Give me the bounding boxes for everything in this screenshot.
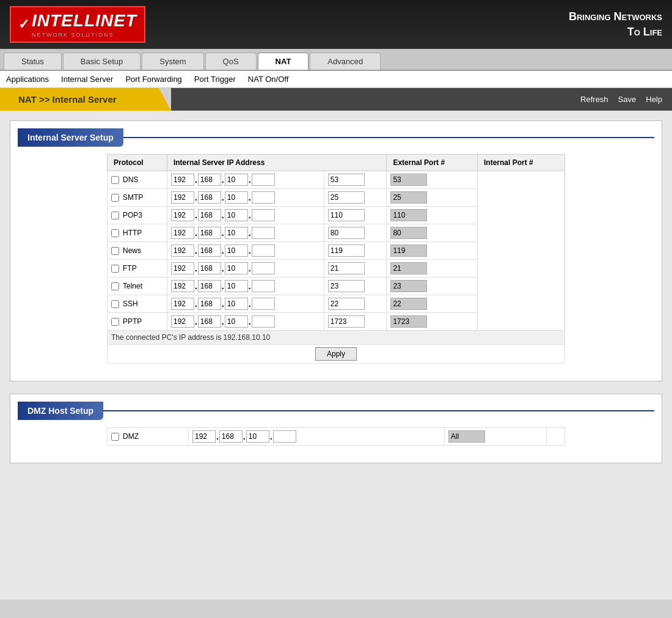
apply-button[interactable]: Apply [315,347,357,361]
row-2-ip3[interactable] [225,209,248,221]
row-6-ip2[interactable] [198,280,221,292]
subnav-nat-onoff[interactable]: NAT On/Off [248,75,288,84]
dmz-ip-cell: . . . [188,428,444,446]
dmz-label: DMZ [123,432,139,441]
row-6-ip4[interactable] [252,280,275,292]
row-8-checkbox[interactable] [111,318,119,326]
col-protocol: Protocol [108,155,167,171]
row-8-int-port-cell [387,313,478,331]
row-5-ip2[interactable] [198,262,221,274]
row-5-ip3[interactable] [225,262,248,274]
row-8-ip4[interactable] [252,315,275,328]
row-1-ext-port[interactable] [328,191,365,204]
row-8-ip3[interactable] [225,315,248,328]
row-0-checkbox[interactable] [111,176,119,184]
row-4-ip1[interactable] [171,245,194,257]
row-1-ip2[interactable] [198,191,221,204]
row-5-dot2: . [222,263,224,273]
row-7-ext-port[interactable] [328,298,365,310]
tab-basic-setup[interactable]: Basic Setup [63,53,141,70]
row-7-ip2[interactable] [198,298,221,310]
row-7-checkbox[interactable] [111,300,119,308]
dmz-ip1[interactable] [192,430,216,443]
row-4-dot2: . [222,246,224,256]
row-5-checkbox[interactable] [111,265,119,273]
row-8-ip2[interactable] [198,315,221,328]
row-3-ip2[interactable] [198,227,221,239]
row-2-ip1[interactable] [171,209,194,221]
row-0-ip4[interactable] [252,174,275,186]
row-4-dot1: . [195,246,197,256]
table-row: POP3 . . . [108,207,565,224]
row-3-ip4[interactable] [252,227,275,239]
refresh-button[interactable]: Refresh [580,95,608,104]
row-0-ip3[interactable] [225,174,248,186]
row-2-checkbox[interactable] [111,212,119,219]
row-0-int-port[interactable] [390,174,427,186]
row-2-dot2: . [222,210,224,220]
row-0-ext-port[interactable] [328,174,365,186]
row-1-int-port[interactable] [390,191,427,204]
row-3-ip3[interactable] [225,227,248,239]
row-2-ip4[interactable] [252,209,275,221]
row-1-protocol-label: SMTP [123,193,143,202]
row-5-ip1[interactable] [171,262,194,274]
row-6-int-port[interactable] [390,280,427,292]
subnav-applications[interactable]: Applications [6,75,49,84]
tab-advanced[interactable]: Advanced [310,53,381,70]
row-5-dot3: . [249,263,251,273]
row-3-int-port[interactable] [390,227,427,239]
row-0-ip2[interactable] [198,174,221,186]
row-2-ip2[interactable] [198,209,221,221]
dmz-ip3[interactable] [246,430,269,443]
row-3-ip1[interactable] [171,227,194,239]
dmz-ip2[interactable] [219,430,243,443]
row-7-ip4[interactable] [252,298,275,310]
row-1-ip1[interactable] [171,191,194,204]
dmz-ext-port-cell [444,428,546,446]
subnav-port-forwarding[interactable]: Port Forwarding [125,75,181,84]
row-6-ip1[interactable] [171,280,194,292]
row-2-ext-port[interactable] [328,209,365,221]
row-6-ext-port-cell [324,278,387,295]
row-8-int-port[interactable] [390,315,427,328]
row-5-int-port-cell [387,260,478,278]
row-6-ip3[interactable] [225,280,248,292]
tab-status[interactable]: Status [4,53,62,70]
subnav-internal-server[interactable]: Internal Server [61,75,113,84]
row-7-int-port[interactable] [390,298,427,310]
row-0-ip1[interactable] [171,174,194,186]
row-4-ip3[interactable] [225,245,248,257]
row-3-ext-port[interactable] [328,227,365,239]
row-6-checkbox[interactable] [111,282,119,290]
row-8-ip1[interactable] [171,315,194,328]
row-7-ip3[interactable] [225,298,248,310]
table-row: News . . . [108,242,565,260]
row-8-ext-port[interactable] [328,315,365,328]
row-3-checkbox[interactable] [111,229,119,237]
tab-qos[interactable]: QoS [205,53,257,70]
row-4-ip2[interactable] [198,245,221,257]
row-1-checkbox[interactable] [111,194,119,202]
row-4-ext-port[interactable] [328,245,365,257]
dmz-ip4[interactable] [273,430,296,443]
dmz-ext-port[interactable] [448,430,485,443]
dmz-checkbox[interactable] [111,433,119,441]
row-5-ext-port[interactable] [328,262,365,274]
row-2-int-port[interactable] [390,209,427,221]
row-6-ext-port[interactable] [328,280,365,292]
row-7-ip1[interactable] [171,298,194,310]
subnav-port-trigger[interactable]: Port Trigger [194,75,236,84]
tab-system[interactable]: System [142,53,203,70]
row-4-ip4[interactable] [252,245,275,257]
row-1-ip4[interactable] [252,191,275,204]
row-4-checkbox[interactable] [111,247,119,255]
help-button[interactable]: Help [646,95,662,104]
row-4-int-port[interactable] [390,245,427,257]
tab-nat[interactable]: NAT [258,53,309,70]
row-5-int-port[interactable] [390,262,427,274]
row-1-ip3[interactable] [225,191,248,204]
row-5-ip4[interactable] [252,262,275,274]
dmz-row: DMZ . . . [108,428,565,446]
save-button[interactable]: Save [618,95,637,104]
